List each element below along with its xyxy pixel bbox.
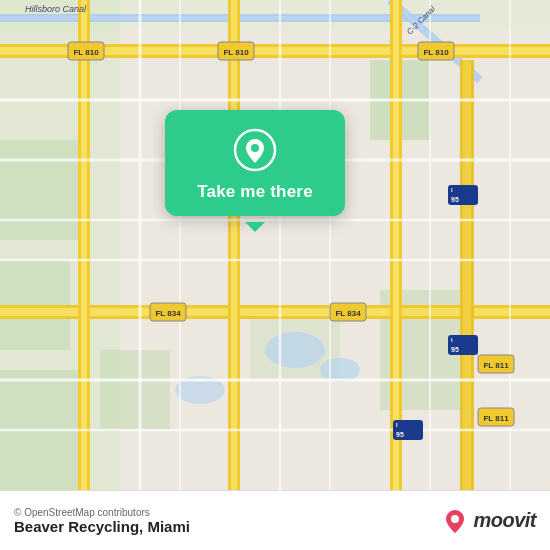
location-pin-icon xyxy=(233,128,277,172)
popup-label: Take me there xyxy=(197,182,313,202)
popup-bubble: Take me there xyxy=(165,110,345,216)
svg-text:FL 834: FL 834 xyxy=(155,309,181,318)
attribution: © OpenStreetMap contributors xyxy=(14,507,190,518)
svg-rect-26 xyxy=(393,0,399,490)
svg-text:Hillsboro Canal: Hillsboro Canal xyxy=(25,4,87,14)
svg-point-67 xyxy=(251,144,259,152)
svg-text:FL 810: FL 810 xyxy=(73,48,99,57)
svg-text:FL 810: FL 810 xyxy=(223,48,249,57)
svg-point-14 xyxy=(265,332,325,368)
moovit-brand-icon xyxy=(441,507,469,535)
moovit-text: moovit xyxy=(473,509,536,532)
moovit-logo: moovit xyxy=(441,507,536,535)
svg-rect-24 xyxy=(231,0,237,490)
svg-text:95: 95 xyxy=(396,431,404,438)
svg-rect-22 xyxy=(81,0,87,490)
svg-text:FL 834: FL 834 xyxy=(335,309,361,318)
svg-text:95: 95 xyxy=(451,196,459,203)
svg-rect-4 xyxy=(0,140,80,240)
svg-rect-8 xyxy=(100,350,170,430)
svg-text:FL 811: FL 811 xyxy=(483,361,509,370)
svg-rect-28 xyxy=(463,60,471,490)
svg-point-68 xyxy=(451,515,459,523)
svg-text:FL 811: FL 811 xyxy=(483,414,509,423)
svg-text:95: 95 xyxy=(451,346,459,353)
map-container: FL 810 FL 810 FL 810 FL 834 FL 834 I 95 … xyxy=(0,0,550,490)
bottom-left: © OpenStreetMap contributors Beaver Recy… xyxy=(14,507,190,535)
svg-text:FL 810: FL 810 xyxy=(423,48,449,57)
bottom-bar: © OpenStreetMap contributors Beaver Recy… xyxy=(0,490,550,550)
map-svg: FL 810 FL 810 FL 810 FL 834 FL 834 I 95 … xyxy=(0,0,550,490)
svg-point-15 xyxy=(320,358,360,382)
map-popup[interactable]: Take me there xyxy=(155,110,355,216)
place-name: Beaver Recycling, Miami xyxy=(14,518,190,535)
